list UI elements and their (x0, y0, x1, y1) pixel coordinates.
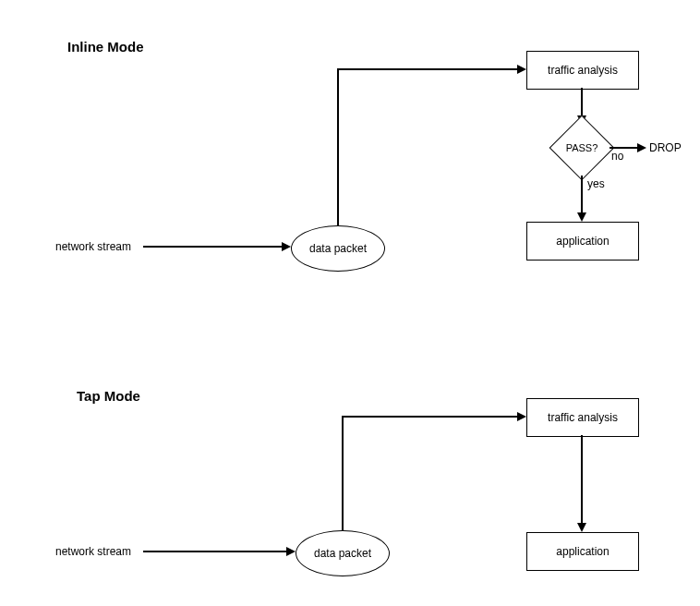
inline-drop-label: DROP (649, 141, 682, 154)
inline-application-node: application (526, 222, 639, 261)
tap-network-stream-label: network stream (55, 545, 131, 558)
inline-yes-label: yes (587, 177, 605, 190)
line (581, 435, 583, 523)
arrow-right-icon (286, 547, 296, 556)
inline-pass-decision-node: PASS? (559, 125, 605, 171)
tap-data-packet-node: data packet (296, 530, 390, 576)
line (581, 176, 583, 212)
arrow-right-icon (637, 143, 646, 152)
inline-network-stream-label: network stream (55, 240, 131, 253)
inline-data-packet-text: data packet (309, 242, 367, 255)
inline-traffic-analysis-node: traffic analysis (526, 51, 639, 90)
inline-data-packet-node: data packet (291, 225, 385, 272)
tap-traffic-analysis-text: traffic analysis (548, 411, 618, 424)
line (337, 68, 339, 225)
line (581, 88, 583, 115)
inline-pass-text: PASS? (559, 125, 605, 171)
inline-mode-title: Inline Mode (67, 39, 144, 55)
line (337, 68, 517, 70)
line (609, 147, 637, 149)
line (143, 551, 286, 552)
inline-application-text: application (556, 235, 609, 248)
inline-traffic-analysis-text: traffic analysis (548, 64, 618, 77)
tap-application-text: application (556, 545, 609, 558)
arrow-right-icon (282, 242, 291, 251)
line (143, 246, 282, 248)
arrow-down-icon (577, 523, 586, 532)
inline-no-label: no (611, 150, 623, 163)
line (342, 416, 517, 418)
tap-mode-title: Tap Mode (77, 388, 140, 404)
arrow-right-icon (517, 65, 526, 74)
tap-traffic-analysis-node: traffic analysis (526, 398, 639, 437)
tap-application-node: application (526, 532, 639, 571)
arrow-down-icon (577, 212, 586, 222)
arrow-right-icon (517, 412, 526, 421)
line (342, 416, 344, 530)
tap-data-packet-text: data packet (314, 547, 371, 560)
